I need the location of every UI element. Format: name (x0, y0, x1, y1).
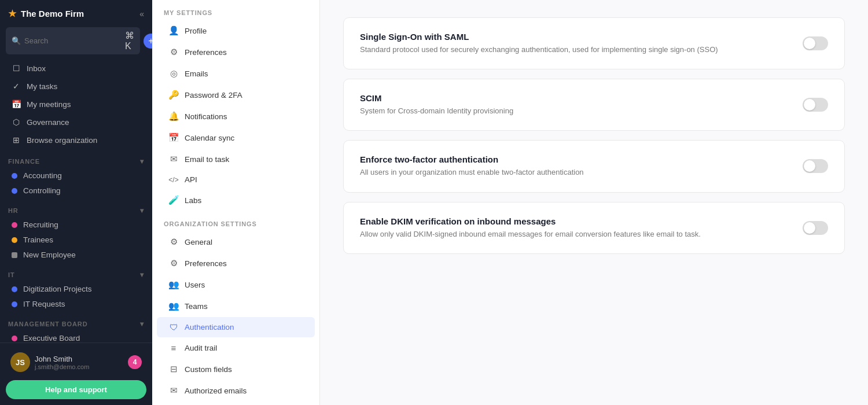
sidebar-item-my-tasks[interactable]: ✓ My tasks (3, 78, 149, 95)
help-support-button[interactable]: Help and support (6, 380, 146, 399)
sidebar-item-digitization[interactable]: Digitization Projects (3, 282, 149, 296)
settings-item-label: Preferences (185, 48, 227, 57)
project-label: Digitization Projects (23, 285, 92, 293)
settings-item-label: Notifications (185, 112, 227, 121)
sidebar-item-browse-org[interactable]: ⊞ Browse organization (3, 131, 149, 149)
authentication-icon: 🛡 (168, 322, 179, 332)
password-icon: 🔑 (168, 90, 179, 100)
sidebar-item-new-employee[interactable]: New Employee (3, 248, 149, 262)
browse-icon: ⊞ (12, 135, 21, 145)
sidebar-item-recruiting[interactable]: Recruiting (3, 218, 149, 232)
main-content: Single Sign-On with SAML Standard protoc… (320, 0, 868, 405)
settings-item-authentication[interactable]: 🛡 Authentication (157, 317, 315, 337)
auth-card-saml-desc: Standard protocol used for securely exch… (360, 45, 718, 55)
sidebar-item-controlling[interactable]: Controlling (3, 183, 149, 198)
user-info: John Smith j.smith@demo.com (35, 355, 89, 370)
2fa-toggle[interactable] (803, 159, 828, 173)
settings-item-users[interactable]: 👥 Users (157, 274, 315, 295)
collapse-button[interactable]: « (139, 9, 144, 19)
sidebar-item-my-meetings[interactable]: 📅 My meetings (3, 95, 149, 113)
meetings-icon: 📅 (12, 100, 21, 109)
settings-item-terms-policies[interactable]: 📄 Terms and policies (157, 402, 315, 405)
sidebar-item-trainees[interactable]: Trainees (3, 233, 149, 247)
sidebar-footer: JS John Smith j.smith@demo.com 4 Help an… (0, 343, 152, 405)
digitization-dot (12, 286, 17, 292)
settings-item-emails[interactable]: ◎ Emails (157, 63, 315, 84)
section-hr: HR ▾ (0, 198, 152, 217)
search-icon: 🔍 (12, 36, 21, 45)
emails-icon: ◎ (168, 68, 179, 79)
search-row: 🔍 ⌘ K + (0, 27, 152, 59)
settings-item-custom-fields[interactable]: ⊟ Custom fields (157, 359, 315, 380)
star-icon: ★ (8, 8, 16, 19)
search-box: 🔍 ⌘ K (6, 27, 140, 54)
app-title-row: ★ The Demo Firm (8, 8, 84, 19)
settings-item-label: Labs (185, 196, 201, 205)
inbox-icon: ☐ (12, 64, 21, 73)
project-label: New Employee (23, 251, 76, 259)
auth-card-2fa: Enforce two-factor authentication All us… (343, 140, 845, 192)
auth-card-scim: SCIM System for Cross-domain Identity pr… (343, 79, 845, 131)
settings-item-label: Preferences (185, 259, 227, 268)
trainees-dot (12, 237, 17, 243)
section-it: IT ▾ (0, 263, 152, 281)
notifications-icon: 🔔 (168, 111, 179, 122)
settings-item-org-preferences[interactable]: ⚙ Preferences (157, 253, 315, 274)
sidebar-item-executive-board[interactable]: Executive Board (3, 331, 149, 343)
finance-chevron[interactable]: ▾ (140, 157, 144, 165)
auth-card-dkim-text: Enable DKIM verification on inbound mess… (360, 216, 701, 240)
profile-icon: 👤 (168, 25, 179, 36)
auth-card-dkim: Enable DKIM verification on inbound mess… (343, 202, 845, 254)
auth-card-saml: Single Sign-On with SAML Standard protoc… (343, 17, 845, 69)
teams-icon: 👥 (168, 301, 179, 311)
new-employee-dot (12, 252, 17, 258)
mgmt-chevron[interactable]: ▾ (140, 320, 144, 328)
settings-item-notifications[interactable]: 🔔 Notifications (157, 106, 315, 127)
sidebar-header: ★ The Demo Firm « (0, 0, 152, 27)
recruiting-dot (12, 222, 17, 228)
calendar-icon: 📅 (168, 132, 179, 143)
hr-chevron[interactable]: ▾ (140, 207, 144, 215)
org-preferences-icon: ⚙ (168, 258, 179, 268)
audit-icon: ≡ (168, 343, 179, 353)
it-chevron[interactable]: ▾ (140, 271, 144, 279)
settings-item-api[interactable]: </> API (157, 170, 315, 189)
project-label: Accounting (23, 171, 62, 180)
auth-card-2fa-desc: All users in your organization must enab… (360, 167, 584, 178)
dkim-toggle[interactable] (803, 221, 828, 235)
settings-item-authorized-emails[interactable]: ✉ Authorized emails (157, 380, 315, 401)
user-email: j.smith@demo.com (35, 363, 89, 370)
sidebar-item-inbox[interactable]: ☐ Inbox (3, 60, 149, 77)
sidebar-item-governance[interactable]: ⬡ Governance (3, 113, 149, 131)
settings-item-email-to-task[interactable]: ✉ Email to task (157, 149, 315, 170)
governance-icon: ⬡ (12, 117, 21, 127)
auth-card-scim-text: SCIM System for Cross-domain Identity pr… (360, 93, 513, 116)
avatar: JS (10, 352, 30, 372)
sidebar-item-it-requests[interactable]: IT Requests (3, 297, 149, 311)
settings-item-profile[interactable]: 👤 Profile (157, 20, 315, 41)
api-icon: </> (168, 176, 179, 184)
settings-item-labs[interactable]: 🧪 Labs (157, 190, 315, 211)
controlling-dot (12, 188, 17, 194)
settings-item-password-2fa[interactable]: 🔑 Password & 2FA (157, 84, 315, 105)
scim-toggle[interactable] (803, 98, 828, 112)
settings-item-preferences[interactable]: ⚙ Preferences (157, 42, 315, 62)
project-label: IT Requests (23, 300, 65, 308)
section-finance: FINANCE ▾ (0, 149, 152, 168)
auth-card-scim-title: SCIM (360, 93, 513, 103)
auth-card-2fa-text: Enforce two-factor authentication All us… (360, 154, 584, 178)
avatar-initials: JS (16, 358, 25, 367)
auth-card-scim-desc: System for Cross-domain Identity provisi… (360, 106, 513, 116)
notification-badge: 4 (128, 355, 142, 369)
settings-item-calendar-sync[interactable]: 📅 Calendar sync (157, 127, 315, 148)
sidebar-item-accounting[interactable]: Accounting (3, 168, 149, 183)
settings-item-teams[interactable]: 👥 Teams (157, 296, 315, 316)
settings-item-general[interactable]: ⚙ General (157, 231, 315, 252)
executive-dot (12, 336, 17, 341)
settings-nav: MY SETTINGS 👤 Profile ⚙ Preferences ◎ Em… (152, 0, 320, 405)
settings-item-audit-trail[interactable]: ≡ Audit trail (157, 338, 315, 358)
search-input[interactable] (24, 36, 122, 45)
saml-toggle[interactable] (803, 36, 828, 50)
sidebar-item-label: Governance (27, 118, 69, 127)
project-label: Controlling (23, 186, 61, 195)
